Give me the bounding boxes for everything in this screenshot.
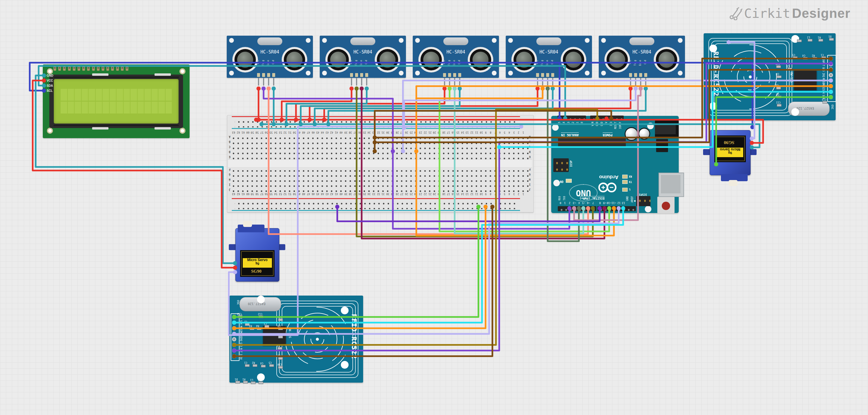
cirkit-designer-canvas[interactable]: { "app": { "watermark_brand": "Cirkit", … [0,0,868,415]
hcsr04-pin-pad[interactable] [272,73,275,77]
hcsr04-mount-hole [508,38,513,43]
hcsr04-label-5: HC-SR04 [627,50,656,54]
bb-col-37: 37 [353,131,357,134]
rfid-rc522-top-pin-hole-miso[interactable] [829,78,833,83]
rfid-rc522-bottom-ref-c10: C10 [278,363,282,365]
arduino-digital-header-b[interactable] [597,206,636,211]
lcd-bezel-tab [155,73,171,76]
bb-col-6: 6 [498,131,502,134]
bb-col-4: 4 [507,192,512,195]
hcsr04-pin-pad[interactable] [458,73,461,77]
bb-col-39: 39 [344,192,348,195]
lcd-pin-sda[interactable] [43,85,45,87]
hcsr04-pin-pad[interactable] [448,73,451,77]
hcsr04-pin-pad[interactable] [453,73,456,77]
hcsr04-pin-pad[interactable] [639,73,642,77]
arduino-analog-header[interactable] [557,116,586,121]
bb-col-40: 40 [339,192,343,195]
hcsr04-pin-pad[interactable] [443,73,446,77]
hcsr04-pin-pad[interactable] [634,73,637,77]
bb-row-A: A [529,135,530,138]
hcsr04-pin-pad[interactable] [267,73,270,77]
lcd-header-pin-hole [102,67,104,69]
bb-col-10: 10 [479,192,484,195]
lcd-pin-vcc[interactable] [43,79,45,82]
bb-top-rail-holes[interactable] [235,118,516,127]
hcsr04-mount-hole [678,71,683,75]
arduino-logo-text: Arduino [599,175,618,180]
arduino-pin-d7: 7 [591,201,595,204]
hcsr04-pin-pad[interactable] [355,73,358,77]
bb-col-41: 41 [334,192,338,195]
arduino-pin-A2: A2 [572,122,575,125]
bb-bottom-rail-holes[interactable] [235,200,516,209]
arduino-on-label: ON [560,180,563,183]
rfid-rc522-top-ref-c11: C11 [776,101,780,103]
rfid-rc522-bottom-pin-hole-sck[interactable] [232,321,236,325]
rfid-rc522-bottom-pin-hole-gnd[interactable] [232,343,236,347]
bb-col-46: 46 [311,192,315,195]
hcsr04-pin-pad[interactable] [365,73,368,77]
arduino-power-header[interactable] [590,116,624,121]
arduino-led-label-rx: RX [629,175,632,178]
rfid-rc522-bottom-pin-hole-sda[interactable] [232,315,236,319]
rfid-rc522-bottom-pin-hole-rst[interactable] [232,348,236,353]
hcsr04-pin-lead [273,78,274,86]
bb-row-J: J [229,188,230,191]
micro-servo-right-model-label: SG90 [724,140,734,145]
arduino-mount-hole [647,123,654,129]
rfid-rc522-top-pin-hole-3.3v[interactable] [829,57,833,61]
lcd-cell [158,89,165,101]
hcsr04-pin-pad[interactable] [536,73,539,77]
hcsr04-pin-pad[interactable] [541,73,544,77]
rfid-rc522-top-pin-hole-sda[interactable] [829,95,833,99]
bb-col-14: 14 [461,192,465,195]
rfid-rc522-top-pin-hole-rst[interactable] [829,62,833,66]
hcsr04-pin-pad[interactable] [551,73,554,77]
rfid-rc522-bottom-ref-r1: R1 [243,378,245,380]
hcsr04-pin-lead [361,78,362,86]
bb-col-41: 41 [334,131,338,134]
rfid-rc522-top-pin-hole-gnd[interactable] [829,67,833,72]
rfid-rc522-bottom-pin-hole-irq[interactable] [232,337,236,341]
hcsr04-pin-lead [542,78,543,86]
micro-servo-left-label-line2: 9g [243,262,272,265]
bb-col-61: 61 [241,192,245,195]
bb-col-17: 17 [446,192,451,195]
rfid-rc522-bottom-pin-hole-miso[interactable] [232,332,236,336]
rfid-rc522-top-smd [793,57,798,59]
lcd-pin-scl[interactable] [43,90,45,92]
hcsr04-pin-pad[interactable] [262,73,265,77]
arduino-pin-d4: 4 [577,201,581,204]
arduino-reset-button[interactable] [662,202,670,210]
hcsr04-pin-pad[interactable] [546,73,549,77]
hcsr04-pin-pad[interactable] [629,73,632,77]
hcsr04-crystal [629,37,654,45]
arduino-uno-text: UNO [576,189,591,197]
hcsr04-mount-hole [601,71,606,75]
bb-col-47: 47 [306,192,311,195]
rfid-rc522-bottom-pin-hole-3.3v[interactable] [232,354,236,358]
bb-col-54: 54 [274,192,278,195]
lcd-cell [145,89,151,101]
rfid-rc522-bottom-pin-hole-mosi[interactable] [232,326,236,330]
bb-rows-f-j[interactable] [229,167,531,192]
bb-col-51: 51 [288,131,292,134]
lcd-cell [110,89,116,101]
bb-rows-a-e[interactable] [229,134,531,160]
rfid-rc522-top-pin-hole-sck[interactable] [829,90,833,94]
bb-col-1: 1 [521,131,525,134]
hcsr04-pin-pad[interactable] [350,73,353,77]
rfid-rc522-top-pin-hole-mosi[interactable] [829,84,833,88]
lcd-pin-gnd[interactable] [43,74,45,77]
rfid-rc522-top-pin-hole-irq[interactable] [829,73,833,77]
rfid-rc522-top-pin-label-irq: IRQ [822,73,824,77]
rfid-rc522-top-crystal-label: EAS27.120 [796,107,814,110]
lcd-cell [152,102,158,114]
bb-col-24: 24 [414,131,418,134]
hcsr04-pin-pad[interactable] [257,73,260,77]
hcsr04-pin-pad[interactable] [644,73,647,77]
rfid-rc522-top-osc-label: OSC [831,104,834,109]
arduino-digital-header-a[interactable] [558,206,596,211]
hcsr04-pin-pad[interactable] [360,73,363,77]
